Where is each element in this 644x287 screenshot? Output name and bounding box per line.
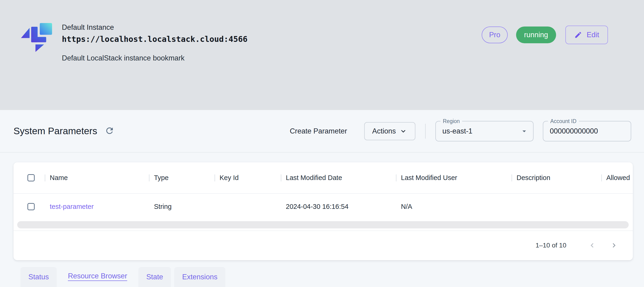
refresh-icon [105,126,114,136]
horizontal-scrollbar-thumb[interactable] [17,221,629,228]
column-header-last-modified-user-label: Last Modified User [401,174,457,182]
region-select-value: us-east-1 [442,127,472,135]
cell-last-modified-date: 2024-04-30 16:16:54 [281,203,396,210]
column-header-last-modified-date: Last Modified Date [281,174,396,182]
actions-dropdown-button[interactable]: Actions [364,122,416,140]
edit-button[interactable]: Edit [566,26,608,44]
parameter-name-link[interactable]: test-parameter [50,203,94,210]
row-checkbox-cell [14,203,45,210]
column-separator [512,174,512,182]
instance-header: Default Instance https://localhost.local… [20,22,248,62]
instance-tabs: Status Resource Browser State Extensions [20,265,225,287]
actions-label: Actions [372,127,396,135]
column-separator [214,174,215,182]
column-separator [45,174,45,182]
tab-extensions[interactable]: Extensions [174,267,225,287]
toolbar-divider [425,124,426,138]
chevron-left-icon [588,241,596,250]
pagination-range-label: 1–10 of 10 [536,242,566,249]
account-id-label: Account ID [548,118,579,125]
pagination-next-button[interactable] [610,241,618,250]
refresh-button[interactable] [104,126,115,136]
pagination: 1–10 of 10 [14,231,633,260]
column-header-name-label: Name [50,174,68,182]
column-header-type-label: Type [154,174,168,182]
account-id-input[interactable] [550,127,624,135]
pencil-icon [574,31,582,39]
column-separator [281,174,282,182]
tab-resource-browser-label: Resource Browser [68,272,127,280]
column-header-name: Name [45,174,149,182]
resource-toolbar: System Parameters Create Parameter Actio… [0,110,644,152]
column-header-allowed: Allowed [601,174,633,182]
pagination-previous-button[interactable] [588,241,596,250]
dropdown-arrow-icon [520,127,528,135]
column-header-key-id-label: Key Id [220,174,238,182]
parameters-table-card: Name Type Key Id Last Modified Date Last… [14,162,633,260]
edit-button-label: Edit [587,31,599,39]
tab-extensions-label: Extensions [182,273,218,281]
column-header-last-modified-date-label: Last Modified Date [286,174,342,182]
cell-name: test-parameter [45,203,149,210]
tab-status-label: Status [28,273,49,281]
chevron-right-icon [610,241,618,250]
column-header-last-modified-user: Last Modified User [396,174,512,182]
column-separator [149,174,150,182]
tab-state-label: State [146,273,163,281]
region-select-label: Region [440,118,462,125]
status-badge: running [516,26,556,43]
localstack-logo-icon [20,22,56,57]
select-all-checkbox[interactable] [28,174,35,182]
page-title: System Parameters [14,126,97,136]
instance-description: Default LocalStack instance bookmark [62,54,248,62]
column-header-description-label: Description [516,174,550,182]
column-header-description: Description [512,174,601,182]
tab-resource-browser[interactable]: Resource Browser [60,265,135,287]
cell-type: String [149,203,214,210]
instance-title: Default Instance [62,23,248,32]
chevron-down-icon [399,127,408,135]
account-id-field: Account ID [543,121,631,142]
column-header-allowed-label: Allowed [606,174,630,182]
create-parameter-button[interactable]: Create Parameter [290,127,347,135]
cell-last-modified-user: N/A [396,203,512,210]
instance-url: https://localhost.localstack.cloud:4566 [62,34,248,44]
column-separator [396,174,396,182]
row-checkbox[interactable] [28,203,35,210]
table-row: test-parameter String 2024-04-30 16:16:5… [14,194,633,219]
horizontal-scrollbar [14,219,633,230]
instance-badges: Pro running Edit [482,26,608,44]
column-header-key-id: Key Id [214,174,281,182]
instance-info: Default Instance https://localhost.local… [62,22,248,62]
tab-status[interactable]: Status [20,267,57,287]
region-select[interactable]: Region us-east-1 [436,121,534,142]
column-separator [601,174,602,182]
tab-state[interactable]: State [138,267,171,287]
column-header-type: Type [149,174,214,182]
plan-badge: Pro [482,26,508,43]
table-header-row: Name Type Key Id Last Modified Date Last… [14,162,633,194]
header-checkbox-cell [14,174,45,182]
parameters-table: Name Type Key Id Last Modified Date Last… [14,162,633,219]
